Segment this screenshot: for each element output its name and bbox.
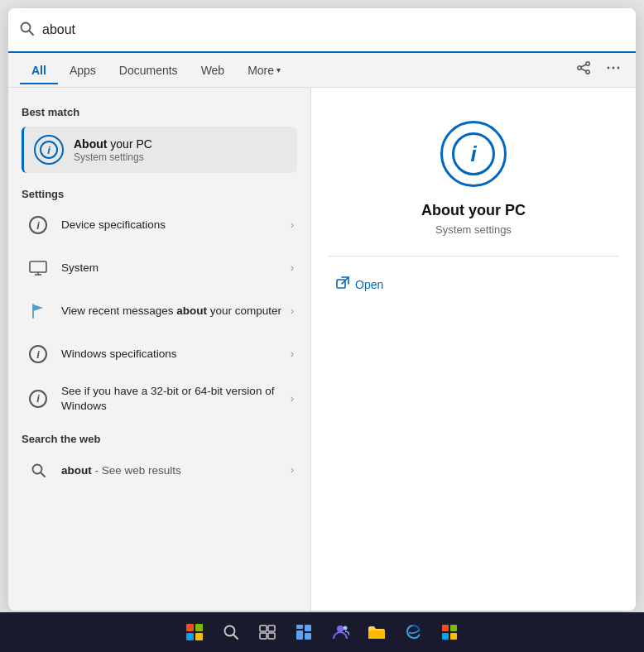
right-panel-subtitle: System settings xyxy=(435,223,512,236)
info-circle-icon3: i xyxy=(25,386,51,412)
tab-all[interactable]: All xyxy=(20,57,58,84)
store-button[interactable] xyxy=(434,616,465,648)
start-button[interactable] xyxy=(179,616,210,648)
search-input[interactable] xyxy=(42,22,624,37)
app-icon-large: i xyxy=(440,121,507,187)
svg-rect-29 xyxy=(368,630,385,639)
open-button[interactable]: Open xyxy=(328,271,392,297)
tab-documents[interactable]: Documents xyxy=(108,57,190,84)
windows-logo-icon xyxy=(186,624,203,640)
svg-rect-33 xyxy=(450,633,457,640)
chevron-right-icon: › xyxy=(291,262,294,274)
chevron-down-icon: ▾ xyxy=(276,65,281,74)
bit-version-text: See if you have a 32-bit or 64-bit versi… xyxy=(61,384,291,413)
settings-item-32-64bit[interactable]: i See if you have a 32-bit or 64-bit ver… xyxy=(12,376,307,421)
web-search-text: about - See web results xyxy=(61,464,291,477)
taskbar-search-button[interactable] xyxy=(215,616,247,648)
svg-line-6 xyxy=(581,69,586,71)
taskbar xyxy=(0,612,644,652)
tab-more[interactable]: More ▾ xyxy=(236,57,292,84)
taskview-icon xyxy=(259,625,276,640)
svg-rect-26 xyxy=(305,633,311,640)
teams-button[interactable] xyxy=(324,616,356,648)
web-search-item[interactable]: about - See web results › xyxy=(12,448,307,491)
svg-rect-25 xyxy=(296,630,303,640)
svg-rect-30 xyxy=(442,625,449,631)
divider xyxy=(328,256,619,256)
best-match-title: About your PC xyxy=(74,137,152,151)
recent-messages-text: View recent messages about your computer xyxy=(61,304,291,319)
svg-point-4 xyxy=(586,70,589,74)
search-web-label: Search the web xyxy=(8,428,310,448)
svg-point-2 xyxy=(586,62,589,65)
svg-point-27 xyxy=(337,626,344,632)
svg-line-18 xyxy=(233,635,238,639)
svg-rect-31 xyxy=(450,625,457,631)
chevron-right-icon: › xyxy=(291,348,294,360)
settings-item-win-specs[interactable]: i Windows specifications › xyxy=(12,333,307,376)
tabs-right-actions xyxy=(573,57,624,83)
widgets-button[interactable] xyxy=(288,616,320,648)
widgets-icon xyxy=(296,624,312,640)
share-icon[interactable] xyxy=(573,57,594,83)
svg-point-3 xyxy=(578,66,581,70)
svg-rect-24 xyxy=(305,625,311,631)
svg-point-28 xyxy=(344,626,348,630)
right-panel-title: About your PC xyxy=(421,202,526,219)
svg-point-7 xyxy=(608,67,610,70)
win-specs-text: Windows specifications xyxy=(61,347,291,362)
svg-rect-22 xyxy=(268,633,275,639)
svg-rect-21 xyxy=(260,633,267,639)
best-match-label: Best match xyxy=(8,101,310,122)
tabs-bar: All Apps Documents Web More ▾ xyxy=(8,53,636,88)
svg-rect-23 xyxy=(296,625,303,629)
more-options-icon[interactable] xyxy=(603,57,624,83)
teams-icon xyxy=(331,624,349,640)
info-circle-icon2: i xyxy=(25,341,51,367)
svg-line-1 xyxy=(29,31,33,35)
taskbar-search-icon xyxy=(223,624,239,640)
flag-icon xyxy=(25,298,51,324)
svg-rect-10 xyxy=(30,261,46,272)
store-icon xyxy=(441,624,458,640)
settings-section-label: Settings xyxy=(8,183,310,204)
explorer-button[interactable] xyxy=(361,616,392,648)
svg-rect-32 xyxy=(442,633,449,640)
open-external-icon xyxy=(336,276,349,292)
taskview-button[interactable] xyxy=(252,616,283,648)
left-panel: Best match i About your PC System settin… xyxy=(8,88,310,611)
tab-web[interactable]: Web xyxy=(190,57,237,84)
search-window: All Apps Documents Web More ▾ xyxy=(8,8,636,611)
settings-item-device-specs[interactable]: i Device specifications › xyxy=(12,204,307,247)
right-panel: i About your PC System settings Open xyxy=(310,88,636,611)
tab-apps[interactable]: Apps xyxy=(58,57,108,84)
web-search-icon xyxy=(25,457,51,483)
svg-rect-20 xyxy=(268,626,275,631)
search-bar xyxy=(8,8,636,53)
svg-point-8 xyxy=(613,67,615,70)
edge-button[interactable] xyxy=(397,616,429,648)
edge-icon xyxy=(405,624,421,640)
open-label: Open xyxy=(355,278,383,291)
info-circle-icon: i xyxy=(25,212,51,238)
chevron-right-icon: › xyxy=(291,393,294,405)
best-match-app-icon: i xyxy=(34,135,64,165)
device-specs-text: Device specifications xyxy=(61,218,291,233)
chevron-right-icon: › xyxy=(291,464,294,476)
best-match-text: About your PC System settings xyxy=(74,137,152,163)
chevron-right-icon: › xyxy=(291,305,294,317)
main-content: Best match i About your PC System settin… xyxy=(8,88,636,611)
svg-line-5 xyxy=(581,65,586,67)
svg-point-9 xyxy=(618,67,620,70)
svg-line-14 xyxy=(41,472,45,477)
svg-rect-19 xyxy=(260,626,267,631)
best-match-item[interactable]: i About your PC System settings xyxy=(22,127,297,173)
best-match-subtitle: System settings xyxy=(74,151,152,163)
search-icon xyxy=(20,22,34,39)
settings-item-recent-messages[interactable]: View recent messages about your computer… xyxy=(12,290,307,333)
settings-item-system[interactable]: System › xyxy=(12,247,307,290)
explorer-icon xyxy=(368,625,386,640)
chevron-right-icon: › xyxy=(291,219,294,231)
monitor-icon xyxy=(25,255,51,281)
system-text: System xyxy=(61,261,291,276)
